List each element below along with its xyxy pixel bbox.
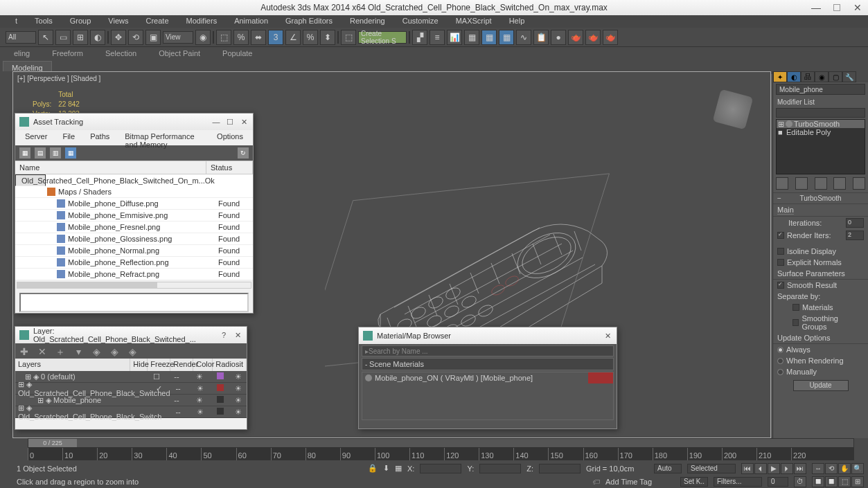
minimize-button[interactable]: — [806, 0, 826, 15]
hierarchy-tab[interactable]: 品 [801, 71, 815, 82]
ribbon-tab[interactable]: Freeform [41, 47, 94, 61]
stack-button[interactable] [815, 177, 827, 190]
tool-button[interactable]: ⬚ [216, 30, 231, 45]
menu-tools[interactable]: Tools [28, 15, 60, 28]
menu-customize[interactable]: Customize [396, 15, 445, 28]
menu-views[interactable]: Views [101, 15, 135, 28]
material-browser-panel[interactable]: Material/Map Browser ✕ Search by Name ..… [358, 327, 617, 429]
ribbon-tab[interactable]: Populate [211, 47, 263, 61]
asset-tracking-panel[interactable]: Asset Tracking — ☐ ✕ ServerFilePathsBitm… [15, 113, 254, 314]
close-button[interactable]: ✕ [847, 0, 868, 15]
modifier-item[interactable]: ⊞TurboSmooth [777, 120, 865, 128]
menu-rendering[interactable]: Rendering [343, 15, 392, 28]
nav-button[interactable]: ✋ [838, 463, 851, 474]
tool-icon[interactable]: ▤ [35, 147, 46, 159]
layer-row[interactable]: ⊞ ◈ Old_Scratched_Cell_Phone_Black_Switc… [15, 383, 247, 395]
help-icon[interactable]: ? [219, 331, 229, 339]
time-ruler[interactable]: 0102030405060708090100110120130140150160… [28, 448, 854, 460]
asset-row[interactable]: Mobile_phone_Diffuse.pngFound [15, 198, 253, 210]
modifier-stack[interactable]: ⊞TurboSmooth ■Editable Poly [776, 119, 865, 174]
tool-icon[interactable]: ▥ [50, 147, 61, 159]
utilities-tab[interactable]: 🔧 [842, 71, 856, 82]
manually-radio[interactable] [777, 369, 783, 375]
y-field[interactable] [479, 464, 521, 473]
x-field[interactable] [420, 464, 461, 473]
render-iters-spinner[interactable]: 2 [846, 231, 864, 240]
tool-button[interactable]: % [233, 30, 249, 45]
tool-button[interactable]: ▦ [499, 30, 514, 45]
menu-graph editors[interactable]: Graph Editors [278, 15, 339, 28]
prev-frame[interactable]: ⏴ [754, 463, 767, 474]
isoline-check[interactable] [777, 248, 784, 255]
nav-button[interactable]: ⟲ [825, 463, 838, 474]
align-tool[interactable]: ≡ [429, 30, 445, 45]
asset-input[interactable] [19, 293, 249, 312]
new-layer-icon[interactable]: ✚ [19, 346, 29, 356]
time-slider[interactable]: 0 / 225 [28, 438, 854, 448]
ribbon-tab[interactable]: Selection [94, 47, 148, 61]
object-name-field[interactable]: Mobile_phone [776, 84, 865, 95]
tool-button[interactable]: ▭ [55, 30, 71, 45]
menu-animation[interactable]: Animation [227, 15, 275, 28]
snap-button[interactable]: 3 [268, 30, 283, 45]
tool-icon[interactable]: ◈ [91, 346, 101, 356]
z-field[interactable] [539, 464, 581, 473]
smgroups-check[interactable] [792, 319, 799, 326]
viewcube[interactable] [713, 89, 754, 130]
close-icon[interactable]: ✕ [239, 118, 249, 127]
update-button[interactable]: Update [793, 380, 849, 391]
material-group[interactable]: - Scene Materials [362, 358, 614, 370]
ribbon-tab[interactable]: Object Paint [148, 47, 211, 61]
key-filter[interactable]: Selected [687, 464, 736, 473]
asset-menu-item[interactable]: Paths [83, 130, 116, 145]
time-tag[interactable]: Add Time Tag [605, 478, 675, 486]
rollout-title[interactable]: TurboSmooth [773, 192, 868, 204]
nav-button[interactable]: ↔ [812, 463, 824, 474]
auto-key[interactable]: Auto [654, 464, 682, 473]
tool-button[interactable]: 📊 [447, 30, 462, 45]
nav-button[interactable]: 🔲 [825, 476, 838, 487]
maximize-icon[interactable]: ☐ [225, 118, 235, 127]
menu-maxscript[interactable]: MAXScript [449, 15, 499, 28]
goto-start[interactable]: ⏮ [741, 463, 754, 474]
nav-button[interactable]: 🔍 [851, 463, 864, 474]
tool-button[interactable]: 📋 [533, 30, 549, 45]
render-button[interactable]: 🫖 [585, 30, 601, 45]
tool-button[interactable]: ▦ [481, 30, 497, 45]
tool-button[interactable]: ⬚ [341, 30, 356, 45]
asset-row[interactable]: Maps / Shaders [15, 186, 253, 198]
time-config[interactable]: ⏱ [794, 476, 806, 487]
pin-button[interactable] [776, 177, 788, 190]
explicit-check[interactable] [777, 259, 784, 266]
asset-menu-item[interactable]: Options [210, 130, 250, 145]
modifier-item[interactable]: ■Editable Poly [777, 128, 865, 136]
tool-icon[interactable]: ▾ [73, 346, 83, 356]
tool-button[interactable]: ↖ [38, 30, 53, 45]
scroll-bar[interactable] [17, 282, 251, 289]
asset-row[interactable]: Mobile_phone_Emmisive.pngFound [15, 210, 253, 222]
iterations-spinner[interactable]: 0 [846, 218, 864, 228]
selection-filter[interactable]: All [6, 31, 36, 44]
asset-row[interactable]: Mobile_phone_Refract.pngFound [15, 269, 253, 280]
tool-button[interactable]: % [303, 30, 318, 45]
asset-row[interactable]: Mobile_phone_Normal.pngFound [15, 245, 253, 257]
whenrender-radio[interactable] [777, 358, 783, 364]
scale-tool[interactable]: ▣ [145, 30, 161, 45]
layer-row[interactable]: ⊞ ◈ Old_Scratched_Cell_Phone_Black_Switc… [15, 406, 247, 418]
layer-panel[interactable]: Layer: Old_Scratched_Cell_Phone_Black_Sw… [15, 326, 247, 430]
asset-row[interactable]: Old_Scratched_Cell_Phone_Black_Switched_… [15, 174, 46, 186]
refresh-icon[interactable]: ↻ [238, 147, 249, 159]
asset-row[interactable]: Mobile_phone_Glossiness.pngFound [15, 233, 253, 245]
tool-icon[interactable]: ▦ [65, 147, 76, 159]
tool-button[interactable]: ▦ [464, 30, 479, 45]
maximize-button[interactable] [826, 0, 847, 15]
minimize-icon[interactable]: — [211, 118, 221, 126]
asset-menu-item[interactable]: Server [18, 130, 54, 145]
modify-tab[interactable]: ◐ [787, 71, 801, 82]
tool-button[interactable]: ⊞ [73, 30, 88, 45]
angle-snap[interactable]: ∠ [285, 30, 301, 45]
viewport-label[interactable]: [+] [Perspective ] [Shaded ] [17, 75, 100, 82]
menu-group[interactable]: Group [63, 15, 98, 28]
play-button[interactable]: ▶ [768, 463, 780, 474]
asset-menu-item[interactable]: Bitmap Performance and Memory [118, 130, 209, 145]
